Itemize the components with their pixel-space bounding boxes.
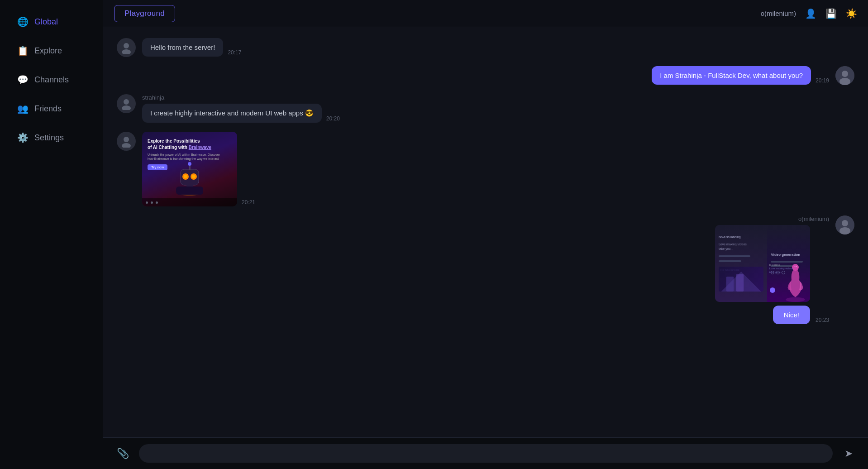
brainwave-image-card[interactable]: Explore the Possibilitiesof AI Chatting … (142, 132, 237, 206)
message-row-imagecard: Explore the Possibilitiesof AI Chatting … (117, 132, 854, 206)
sidebar-item-friends[interactable]: 👥 Friends (5, 97, 98, 120)
user-avatar (835, 66, 854, 85)
sidebar-item-explore[interactable]: 📋 Explore (5, 39, 98, 62)
message-group-card: Explore the Possibilitiesof AI Chatting … (142, 132, 255, 206)
message-group-right: 20:19 I am Strahinja - FullStack Dev, wh… (652, 66, 829, 85)
topbar: Playground o(milenium) 👤 💾 ☀️ (103, 0, 868, 27)
bar-dot (146, 201, 148, 204)
message-bubble-purple: I am Strahinja - FullStack Dev, what abo… (652, 66, 811, 85)
channels-icon: 💬 (17, 74, 28, 85)
message-bubble: Hello from the server! (142, 38, 223, 57)
main-panel: Playground o(milenium) 👤 💾 ☀️ Hello from… (103, 0, 868, 469)
svg-rect-24 (736, 274, 744, 292)
avatar-strahinja (117, 94, 136, 113)
explore-icon: 📋 (17, 45, 28, 56)
nice-bubble: Nice! (773, 306, 810, 324)
profile-icon[interactable]: 👤 (805, 8, 816, 19)
si-label2: Love making videostake you... (719, 242, 747, 251)
card-cta[interactable]: Try now (148, 164, 167, 170)
svg-point-4 (839, 78, 850, 85)
svg-point-21 (839, 227, 850, 234)
sidebar-item-settings[interactable]: ⚙️ Settings (5, 126, 98, 149)
si-image-left: No-fuss landing (719, 267, 764, 292)
shared-image-left: No-fuss landing Love making videostake y… (715, 225, 768, 302)
si-label1: No-fuss landing (719, 235, 741, 239)
sidebar-item-global[interactable]: 🌐 Global (5, 10, 98, 34)
svg-point-5 (124, 99, 129, 105)
card-brand: Brainwave (189, 145, 211, 150)
si-line-r (771, 261, 803, 263)
send-button[interactable]: ➤ (840, 445, 857, 462)
sidebar-item-channels[interactable]: 💬 Channels (5, 68, 98, 91)
friends-icon: 👥 (17, 103, 28, 114)
input-bar: 📎 ➤ (103, 437, 868, 469)
playground-button[interactable]: Playground (114, 5, 175, 22)
card-bottom-bar (142, 198, 237, 206)
nice-text: Nice! (784, 311, 799, 319)
svg-point-13 (184, 175, 187, 178)
message-row-strahinja: strahinja I create highly interactive an… (117, 94, 854, 123)
username-display: o(milenium) (761, 10, 796, 17)
avatar-strahinja2 (117, 132, 136, 151)
bar-dot (156, 201, 158, 204)
save-icon[interactable]: 💾 (825, 8, 837, 19)
message-col: strahinja I create highly interactive an… (142, 94, 340, 123)
timestamp: 20:23 (816, 317, 829, 324)
svg-point-20 (842, 220, 848, 226)
message-text: Hello from the server! (150, 43, 215, 51)
global-icon: 🌐 (17, 16, 28, 27)
message-row: Hello from the server! 20:17 (117, 38, 854, 57)
right-content-wrapper: o(milenium) 20:23 No-fuss landing Love m… (715, 215, 829, 324)
svg-rect-18 (176, 187, 203, 195)
avatar (117, 38, 136, 57)
bar-dot (151, 201, 153, 204)
shared-image-card[interactable]: No-fuss landing Love making videostake y… (715, 225, 810, 302)
svg-point-6 (122, 105, 131, 110)
svg-point-25 (786, 297, 805, 302)
message-bubble-text: I create highly interactive and modern U… (142, 104, 322, 123)
timestamp: 20:21 (242, 199, 255, 206)
message-group: Hello from the server! 20:17 (142, 38, 241, 57)
sender-name-right: o(milenium) (798, 215, 829, 222)
si-to-editing: to editingLove making videostake you... (769, 263, 793, 274)
svg-point-7 (124, 137, 129, 142)
message-row-right: 20:19 I am Strahinja - FullStack Dev, wh… (117, 66, 854, 85)
svg-point-14 (192, 175, 196, 178)
svg-rect-23 (726, 277, 734, 292)
card-subtitle: Unleash the power of AI within Brainwave… (148, 153, 232, 161)
chat-area: Hello from the server! 20:17 20:19 I am … (103, 27, 868, 437)
si-line (719, 260, 741, 262)
theme-icon[interactable]: ☀️ (846, 8, 857, 19)
sidebar-label-explore: Explore (34, 46, 62, 56)
sidebar-label-friends: Friends (34, 104, 62, 114)
message-row-shared: o(milenium) 20:23 No-fuss landing Love m… (117, 215, 854, 324)
topbar-right: o(milenium) 👤 💾 ☀️ (761, 8, 857, 19)
si-circle (770, 287, 775, 293)
card-title: Explore the Possibilitiesof AI Chatting … (148, 138, 232, 151)
sidebar-label-global: Global (34, 17, 58, 27)
sender-name: strahinja (142, 94, 340, 101)
message-text: I create highly interactive and modern U… (150, 109, 314, 117)
timestamp: 20:20 (326, 115, 340, 123)
settings-icon: ⚙️ (17, 132, 28, 143)
svg-point-3 (842, 71, 848, 77)
svg-point-0 (124, 43, 129, 48)
user-avatar2 (835, 215, 854, 234)
sidebar: 🌐 Global 📋 Explore 💬 Channels 👥 Friends … (0, 0, 103, 469)
timestamp: 20:19 (816, 77, 829, 85)
svg-point-1 (122, 49, 131, 54)
timestamp: 20:17 (228, 49, 241, 57)
sidebar-label-channels: Channels (34, 75, 69, 85)
attach-button[interactable]: 📎 (114, 445, 132, 462)
sidebar-label-settings: Settings (34, 133, 64, 143)
si-line (719, 255, 750, 257)
si-right-label: Video generation (771, 253, 800, 257)
message-group: I create highly interactive and modern U… (142, 104, 340, 123)
message-input[interactable] (139, 444, 833, 463)
shared-image-right: Video generation (767, 225, 810, 302)
message-text: I am Strahinja - FullStack Dev, what abo… (660, 72, 803, 79)
svg-point-8 (122, 143, 131, 148)
